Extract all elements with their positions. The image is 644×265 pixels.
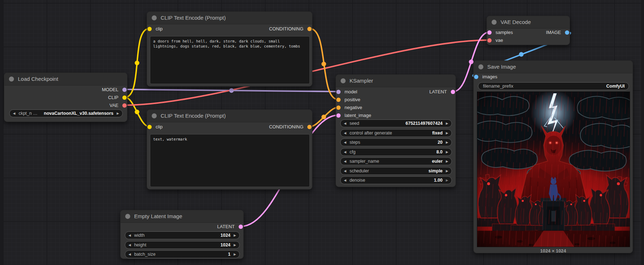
node-save-image[interactable]: Save Image images filename_prefix ComfyU… <box>473 60 633 253</box>
conditioning-port-dot[interactable] <box>307 27 312 31</box>
next-value-arrow-icon[interactable]: ▶ <box>117 109 119 117</box>
next-value-arrow-icon[interactable]: ▶ <box>446 129 448 137</box>
node-title: Save Image <box>487 64 516 70</box>
wire-midpoint-dot <box>229 88 234 93</box>
next-value-arrow-icon[interactable]: ▶ <box>446 119 448 127</box>
node-titlebar[interactable]: KSampler <box>336 75 455 87</box>
prev-value-arrow-icon[interactable]: ◀ <box>344 129 346 137</box>
prev-value-arrow-icon[interactable]: ◀ <box>344 176 346 184</box>
image-resolution-caption: 1024 × 1024 <box>474 248 633 254</box>
wire-midpoint-dot <box>519 52 524 57</box>
conditioning-port-dot[interactable] <box>307 125 312 129</box>
input-port-negative[interactable]: negative <box>336 104 455 112</box>
output-port-model[interactable]: MODEL <box>4 86 127 94</box>
seed-widget[interactable]: ◀ seed 675211497607424 ▶ <box>340 119 452 127</box>
node-titlebar[interactable]: CLIP Text Encode (Prompt) <box>147 12 312 24</box>
cfg-widget[interactable]: ◀ cfg 8.0 ▶ <box>340 148 452 156</box>
control-after-generate-widget[interactable]: ◀ control after generate fixed ▶ <box>340 129 452 137</box>
input-port-latent-image[interactable]: latent_image <box>336 112 455 119</box>
prev-value-arrow-icon[interactable]: ◀ <box>344 157 346 165</box>
node-titlebar[interactable]: CLIP Text Encode (Prompt) <box>147 110 312 122</box>
node-title: Empty Latent Image <box>134 213 182 219</box>
clip-port-dot[interactable] <box>122 95 127 100</box>
vae-port-dot[interactable] <box>122 103 127 108</box>
prev-value-arrow-icon[interactable]: ◀ <box>344 119 346 127</box>
next-value-arrow-icon[interactable]: ▶ <box>446 167 448 175</box>
node-titlebar[interactable]: Load Checkpoint <box>4 73 127 85</box>
generated-image-preview <box>477 92 630 247</box>
collapse-dot-icon[interactable] <box>9 77 14 82</box>
next-value-arrow-icon[interactable]: ▶ <box>446 176 448 184</box>
node-titlebar[interactable]: Save Image <box>474 61 633 73</box>
height-widget[interactable]: ◀ height 1024 ▶ <box>125 241 240 249</box>
next-value-arrow-icon[interactable]: ▶ <box>446 157 448 165</box>
node-title: CLIP Text Encode (Prompt) <box>161 113 226 119</box>
prev-value-arrow-icon[interactable]: ◀ <box>344 167 346 175</box>
prev-value-arrow-icon[interactable]: ◀ <box>344 148 346 156</box>
output-port-image[interactable]: IMAGE <box>487 29 570 36</box>
node-title: KSampler <box>350 78 373 84</box>
output-port-latent[interactable]: LATENT <box>121 223 243 231</box>
node-vae-decode[interactable]: VAE Decode samples vae IMAGE <box>487 16 570 45</box>
filename-prefix-widget[interactable]: filename_prefix ComfyUI <box>478 82 629 90</box>
wire-midpoint-dot <box>135 110 140 114</box>
image-port-dot[interactable] <box>474 75 478 79</box>
prev-value-arrow-icon[interactable]: ◀ <box>128 250 131 258</box>
image-port-dot[interactable] <box>565 30 569 35</box>
node-titlebar[interactable]: Empty Latent Image <box>121 210 243 223</box>
sampler-name-widget[interactable]: ◀ sampler_name euler ▶ <box>340 157 452 165</box>
node-clip-text-encode-negative[interactable]: CLIP Text Encode (Prompt) clip CONDITION… <box>147 109 312 190</box>
vae-port-dot[interactable] <box>487 38 492 43</box>
collapse-dot-icon[interactable] <box>341 78 346 83</box>
conditioning-port-dot[interactable] <box>336 98 341 102</box>
collapse-dot-icon[interactable] <box>152 113 157 118</box>
node-load-checkpoint[interactable]: Load Checkpoint MODEL CLIP VAE ◀ ckpt_n … <box>4 73 127 122</box>
wire-midpoint-dot <box>469 60 474 64</box>
conditioning-port-dot[interactable] <box>336 105 341 110</box>
output-port-conditioning[interactable]: CONDITIONING <box>147 123 312 131</box>
node-graph-canvas[interactable]: Load Checkpoint MODEL CLIP VAE ◀ ckpt_n … <box>0 0 644 265</box>
wire-midpoint-dot <box>322 115 326 119</box>
model-port-dot[interactable] <box>122 88 127 92</box>
steps-widget[interactable]: ◀ steps 20 ▶ <box>340 138 452 146</box>
denoise-widget[interactable]: ◀ denoise 1.00 ▶ <box>340 176 452 184</box>
width-widget[interactable]: ◀ width 1024 ▶ <box>125 231 240 239</box>
output-port-conditioning[interactable]: CONDITIONING <box>147 25 312 33</box>
next-value-arrow-icon[interactable]: ▶ <box>234 231 236 239</box>
node-ksampler[interactable]: KSampler model positive negative latent_… <box>336 74 456 187</box>
node-titlebar[interactable]: VAE Decode <box>487 16 570 29</box>
prev-value-arrow-icon[interactable]: ◀ <box>13 109 15 117</box>
positive-prompt-textarea[interactable]: a doors from hell, hell, dark, storm, da… <box>150 36 310 84</box>
collapse-dot-icon[interactable] <box>492 20 497 25</box>
next-value-arrow-icon[interactable]: ▶ <box>234 250 236 258</box>
node-title: VAE Decode <box>501 19 531 25</box>
prev-value-arrow-icon[interactable]: ◀ <box>128 231 131 239</box>
collapse-dot-icon[interactable] <box>152 15 157 20</box>
input-port-positive[interactable]: positive <box>336 96 455 104</box>
node-clip-text-encode-positive[interactable]: CLIP Text Encode (Prompt) clip CONDITION… <box>147 11 312 87</box>
output-port-clip[interactable]: CLIP <box>4 94 127 102</box>
next-value-arrow-icon[interactable]: ▶ <box>446 148 448 156</box>
latent-port-dot[interactable] <box>336 113 341 118</box>
prev-value-arrow-icon[interactable]: ◀ <box>344 138 346 146</box>
output-port-vae[interactable]: VAE <box>4 102 127 109</box>
collapse-dot-icon[interactable] <box>125 214 130 219</box>
prev-value-arrow-icon[interactable]: ◀ <box>128 241 131 249</box>
ckpt-name-combo-widget[interactable]: ◀ ckpt_n … novaCartoonXL_v30.safetensors… <box>9 109 123 117</box>
latent-port-dot[interactable] <box>451 90 455 94</box>
node-empty-latent-image[interactable]: Empty Latent Image LATENT ◀ width 1024 ▶… <box>120 210 244 259</box>
collapse-dot-icon[interactable] <box>478 64 483 69</box>
negative-prompt-textarea[interactable]: text, watermark <box>150 134 310 187</box>
canvas-left-edge <box>0 0 3 265</box>
input-port-vae[interactable]: vae <box>487 36 570 44</box>
scheduler-widget[interactable]: ◀ scheduler simple ▶ <box>340 167 452 175</box>
node-title: Load Checkpoint <box>18 76 58 82</box>
next-value-arrow-icon[interactable]: ▶ <box>446 138 448 146</box>
input-port-images[interactable]: images <box>474 73 633 81</box>
batch-size-widget[interactable]: ◀ batch_size 1 ▶ <box>125 250 240 258</box>
next-value-arrow-icon[interactable]: ▶ <box>234 241 236 249</box>
latent-port-dot[interactable] <box>239 225 243 229</box>
node-title: CLIP Text Encode (Prompt) <box>161 15 226 21</box>
output-port-latent[interactable]: LATENT <box>336 88 455 96</box>
generated-image-art <box>477 92 630 247</box>
